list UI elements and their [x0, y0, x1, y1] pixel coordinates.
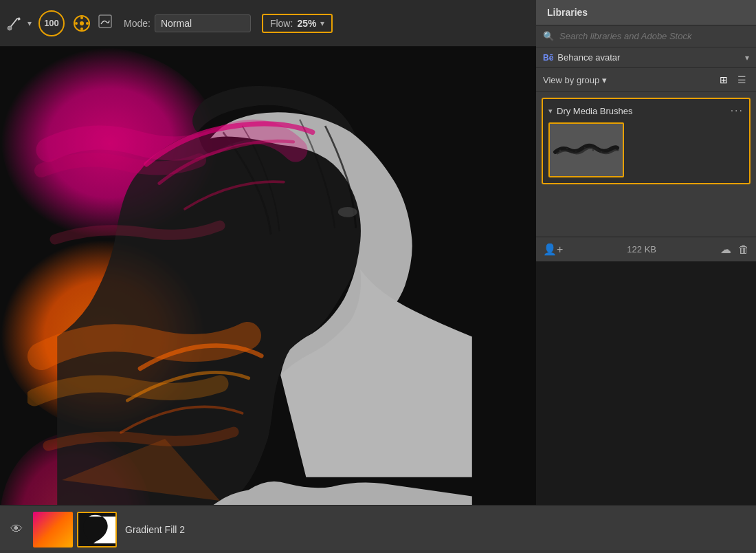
- view-by-chevron-icon: ▾: [602, 75, 607, 85]
- canvas-area[interactable]: [0, 47, 536, 553]
- gradient-layer-thumbnail[interactable]: [33, 512, 73, 547]
- library-selector[interactable]: Bē Behance avatar ▾: [536, 47, 756, 68]
- svg-point-10: [566, 148, 568, 149]
- view-icons: ⊞ ☰: [717, 73, 749, 87]
- library-name: Behance avatar: [557, 52, 741, 63]
- behance-icon: Bē: [543, 53, 553, 63]
- mode-label: Mode:: [124, 18, 151, 29]
- svg-point-3: [80, 28, 83, 30]
- view-controls: View by group ▾ ⊞ ☰: [536, 68, 756, 92]
- brush-group-title: Dry Media Brushes: [557, 106, 633, 116]
- svg-point-14: [601, 151, 602, 153]
- grid-view-icon[interactable]: ⊞: [717, 73, 731, 87]
- mode-section: Mode: Normal Dissolve Multiply Screen Ov…: [124, 14, 251, 32]
- search-input[interactable]: [559, 31, 749, 41]
- search-bar: 🔍: [536, 25, 756, 47]
- svg-point-0: [8, 26, 12, 30]
- flow-section[interactable]: Flow: 25% ▾: [262, 14, 333, 33]
- flow-label: Flow:: [270, 18, 293, 29]
- svg-point-12: [584, 147, 586, 149]
- brush-grid: [548, 122, 744, 177]
- view-by-button[interactable]: View by group ▾: [543, 75, 607, 85]
- svg-point-13: [592, 149, 594, 151]
- brush-size-control[interactable]: 100: [37, 9, 66, 38]
- svg-point-4: [75, 22, 78, 25]
- svg-point-8: [338, 207, 357, 217]
- library-chevron-icon[interactable]: ▾: [745, 53, 749, 63]
- svg-point-15: [608, 149, 610, 151]
- list-view-icon[interactable]: ☰: [735, 73, 749, 87]
- group-chevron-icon[interactable]: ▾: [548, 107, 553, 116]
- svg-point-6: [80, 21, 84, 25]
- libraries-panel: Libraries 🔍 Bē Behance avatar ▾ View by …: [536, 0, 756, 261]
- portrait-layer-thumbnail[interactable]: [77, 512, 117, 547]
- view-by-label: View by group: [543, 75, 599, 85]
- svg-point-2: [80, 17, 83, 19]
- brush-tool-chevron[interactable]: ▾: [27, 19, 32, 28]
- brush-group-header: ▾ Dry Media Brushes ···: [548, 105, 744, 117]
- search-icon: 🔍: [543, 31, 554, 41]
- svg-point-9: [559, 150, 562, 152]
- toolbar: ▾ 100 Mode: Normal Dissolve Multiply S: [0, 0, 536, 47]
- svg-point-5: [86, 22, 89, 25]
- dry-media-brushes-group: ▾ Dry Media Brushes ···: [542, 98, 751, 184]
- panel-tab-label: Libraries: [547, 7, 588, 18]
- size-label: 122 KB: [627, 244, 656, 254]
- panel-footer: 👤+ 122 KB ☁ 🗑: [536, 237, 756, 261]
- svg-point-11: [575, 151, 577, 153]
- libraries-tab[interactable]: Libraries: [536, 0, 756, 25]
- add-account-icon[interactable]: 👤+: [543, 243, 563, 256]
- brush-preset-icon[interactable]: [98, 14, 113, 32]
- layer-name: Gradient Fill 2: [125, 524, 185, 535]
- layers-panel: 👁 Gradient Fill 2: [0, 505, 756, 553]
- orange-strokes-overlay: [27, 288, 289, 508]
- cloud-sync-icon[interactable]: ☁: [720, 243, 731, 256]
- flow-chevron-icon[interactable]: ▾: [320, 19, 324, 28]
- flow-value: 25%: [297, 18, 316, 29]
- layer-visibility-icon[interactable]: 👁: [0, 522, 33, 536]
- mode-select[interactable]: Normal Dissolve Multiply Screen Overlay: [155, 14, 251, 32]
- library-content: ▾ Dry Media Brushes ···: [536, 92, 756, 237]
- brush-thumbnail-item[interactable]: [548, 122, 624, 177]
- brush-group-title-area: ▾ Dry Media Brushes: [548, 106, 633, 116]
- brush-tool-icon[interactable]: [7, 16, 22, 31]
- group-menu-icon[interactable]: ···: [731, 105, 744, 117]
- delete-icon[interactable]: 🗑: [738, 243, 749, 256]
- footer-actions: ☁ 🗑: [720, 243, 749, 256]
- brush-size-value: 100: [44, 18, 59, 28]
